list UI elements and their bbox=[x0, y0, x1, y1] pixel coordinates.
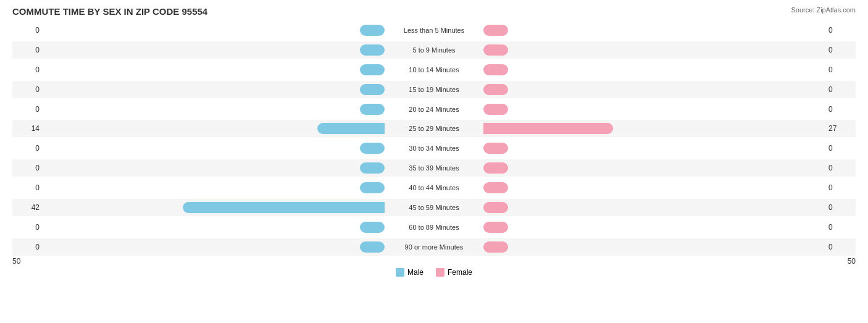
bar-female bbox=[483, 44, 508, 56]
left-bar-area bbox=[43, 64, 385, 76]
right-value: 0 bbox=[825, 164, 856, 172]
left-value: 0 bbox=[12, 243, 43, 251]
left-bar-area bbox=[43, 221, 385, 233]
left-bar-area bbox=[43, 83, 385, 96]
bar-label: 45 to 59 Minutes bbox=[385, 204, 483, 211]
legend-male-label: Male bbox=[407, 268, 424, 277]
bar-male bbox=[360, 143, 385, 154]
bar-female bbox=[483, 143, 508, 154]
bar-male bbox=[360, 84, 385, 95]
table-row: 0 5 to 9 Minutes 0 bbox=[12, 41, 856, 59]
left-value: 0 bbox=[12, 144, 43, 153]
right-bar-area bbox=[483, 44, 825, 56]
left-bar-area bbox=[43, 122, 385, 135]
axis-left: 50 bbox=[12, 257, 20, 266]
bar-label: 60 to 89 Minutes bbox=[385, 224, 483, 231]
right-value: 0 bbox=[825, 105, 856, 114]
row-container: 0 Less than 5 Minutes 0 0 5 to 9 Minutes bbox=[12, 20, 856, 257]
bar-female bbox=[483, 182, 508, 193]
table-row: 42 45 to 59 Minutes 0 bbox=[12, 199, 856, 216]
axis-labels: 50 50 bbox=[12, 257, 856, 266]
bar-label: Less than 5 Minutes bbox=[385, 27, 483, 34]
bars-center: 10 to 14 Minutes bbox=[43, 61, 825, 78]
bar-female bbox=[483, 222, 508, 233]
bar-female bbox=[483, 241, 508, 253]
bars-center: Less than 5 Minutes bbox=[43, 22, 825, 39]
bar-female bbox=[483, 123, 613, 134]
source-label: Source: ZipAtlas.com bbox=[791, 6, 856, 14]
bar-male bbox=[360, 44, 385, 56]
bar-male bbox=[360, 222, 385, 233]
bars-center: 90 or more Minutes bbox=[43, 238, 825, 256]
left-bar-area bbox=[43, 103, 385, 115]
right-value: 0 bbox=[825, 223, 856, 232]
bar-label: 20 to 24 Minutes bbox=[385, 106, 483, 113]
bars-center: 15 to 19 Minutes bbox=[43, 81, 825, 98]
bar-female bbox=[483, 202, 508, 213]
table-row: 0 20 to 24 Minutes 0 bbox=[12, 101, 856, 118]
table-row: 0 90 or more Minutes 0 bbox=[12, 238, 856, 256]
bars-center: 5 to 9 Minutes bbox=[43, 41, 825, 59]
table-row: 0 60 to 89 Minutes 0 bbox=[12, 219, 856, 236]
left-value: 0 bbox=[12, 46, 43, 54]
bars-center: 35 to 39 Minutes bbox=[43, 159, 825, 177]
axis-right: 50 bbox=[848, 257, 856, 266]
bar-male bbox=[360, 64, 385, 75]
left-bar-area bbox=[43, 182, 385, 194]
bar-male bbox=[317, 123, 385, 134]
right-value: 0 bbox=[825, 243, 856, 251]
legend: Male Female bbox=[12, 268, 856, 277]
left-value: 0 bbox=[12, 65, 43, 74]
chart-container: COMMUTE TIME BY SEX IN ZIP CODE 95554 So… bbox=[0, 0, 868, 323]
right-value: 0 bbox=[825, 65, 856, 74]
left-value: 0 bbox=[12, 164, 43, 172]
left-value: 0 bbox=[12, 183, 43, 192]
right-value: 0 bbox=[825, 144, 856, 153]
bar-male bbox=[360, 162, 385, 174]
bars-center: 40 to 44 Minutes bbox=[43, 179, 825, 196]
right-bar-area bbox=[483, 24, 825, 36]
table-row: 0 Less than 5 Minutes 0 bbox=[12, 22, 856, 39]
legend-male-icon bbox=[396, 268, 404, 277]
left-value: 0 bbox=[12, 26, 43, 35]
left-bar-area bbox=[43, 162, 385, 174]
table-row: 0 35 to 39 Minutes 0 bbox=[12, 159, 856, 177]
bar-female bbox=[483, 162, 508, 174]
right-bar-area bbox=[483, 103, 825, 115]
left-value: 0 bbox=[12, 223, 43, 232]
bars-center: 25 to 29 Minutes bbox=[43, 120, 825, 137]
left-bar-area bbox=[43, 44, 385, 56]
bars-center: 45 to 59 Minutes bbox=[43, 199, 825, 216]
right-bar-area bbox=[483, 122, 825, 135]
left-value: 42 bbox=[12, 203, 43, 212]
right-value: 27 bbox=[825, 124, 856, 133]
bar-female bbox=[483, 64, 508, 75]
right-bar-area bbox=[483, 221, 825, 233]
right-value: 0 bbox=[825, 26, 856, 35]
bar-male bbox=[360, 25, 385, 36]
bars-center: 60 to 89 Minutes bbox=[43, 219, 825, 236]
right-bar-area bbox=[483, 162, 825, 174]
left-bar-area bbox=[43, 201, 385, 214]
right-bar-area bbox=[483, 83, 825, 96]
table-row: 14 25 to 29 Minutes 27 bbox=[12, 120, 856, 137]
table-row: 0 15 to 19 Minutes 0 bbox=[12, 81, 856, 98]
right-value: 0 bbox=[825, 183, 856, 192]
right-bar-area bbox=[483, 182, 825, 194]
bar-female bbox=[483, 25, 508, 36]
table-row: 0 30 to 34 Minutes 0 bbox=[12, 140, 856, 157]
legend-female-icon bbox=[436, 268, 444, 277]
left-value: 14 bbox=[12, 124, 43, 133]
right-bar-area bbox=[483, 201, 825, 214]
left-value: 0 bbox=[12, 85, 43, 94]
bar-label: 10 to 14 Minutes bbox=[385, 66, 483, 73]
chart-title: COMMUTE TIME BY SEX IN ZIP CODE 95554 bbox=[12, 6, 856, 17]
right-bar-area bbox=[483, 241, 825, 253]
left-bar-area bbox=[43, 24, 385, 36]
bar-male bbox=[360, 241, 385, 253]
legend-female-label: Female bbox=[448, 268, 472, 277]
left-bar-area bbox=[43, 142, 385, 154]
left-bar-area bbox=[43, 241, 385, 253]
bar-label: 40 to 44 Minutes bbox=[385, 184, 483, 191]
table-row: 0 40 to 44 Minutes 0 bbox=[12, 179, 856, 196]
